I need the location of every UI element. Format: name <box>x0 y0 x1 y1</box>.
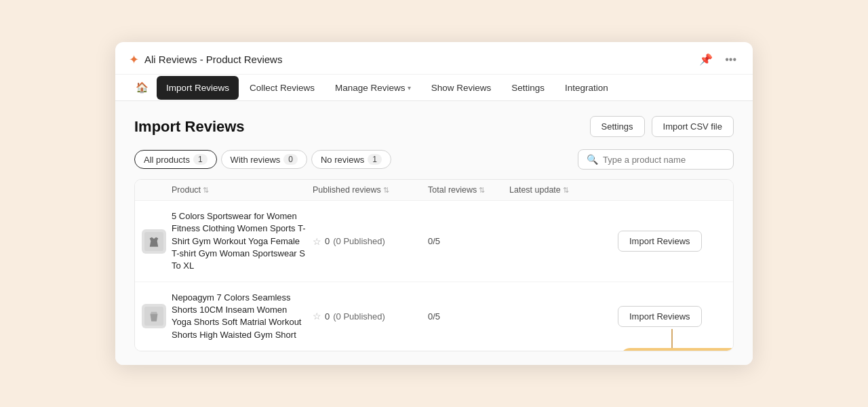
table-row: Nepoagym 7 Colors Seamless Shorts 10CM I… <box>135 282 733 351</box>
content-area: Import Reviews Settings Import CSV file … <box>115 101 753 365</box>
th-img <box>142 185 172 195</box>
filter-with-reviews[interactable]: With reviews 0 <box>221 150 307 169</box>
pin-button[interactable]: 📌 <box>696 52 715 67</box>
filter-tabs: All products 1 With reviews 0 No reviews… <box>134 150 391 169</box>
title-bar: ✦ Ali Reviews - Product Reviews 📌 ••• <box>115 42 753 75</box>
import-action-1: Import Reviews <box>618 231 726 252</box>
tooltip-wrapper: 1. Click "Import Reviews" <box>620 329 734 351</box>
app-title: Ali Reviews - Product Reviews <box>144 54 282 65</box>
th-latest: Latest update ⇅ <box>509 185 618 195</box>
filter-row: All products 1 With reviews 0 No reviews… <box>134 149 734 170</box>
table-header: Product ⇅ Published reviews ⇅ Total revi… <box>135 180 733 201</box>
import-reviews-button-2[interactable]: Import Reviews <box>618 306 702 327</box>
product-sort-icon[interactable]: ⇅ <box>203 186 209 195</box>
import-action-2: Import Reviews 1. Click "Import Reviews" <box>618 306 726 327</box>
page-title: Import Reviews <box>134 118 245 136</box>
tooltip-line <box>671 329 673 348</box>
title-bar-right: 📌 ••• <box>696 52 739 67</box>
header-actions: Settings Import CSV file <box>590 116 734 137</box>
published-sort-icon[interactable]: ⇅ <box>383 186 389 195</box>
tooltip-box: 1. Click "Import Reviews" <box>620 348 734 351</box>
th-action <box>618 185 726 195</box>
nav-integration[interactable]: Integration <box>555 76 618 100</box>
product-name-2: Nepoagym 7 Colors Seamless Shorts 10CM I… <box>172 292 313 341</box>
published-cell-1: ☆ 0 (0 Published) <box>313 236 428 247</box>
title-bar-left: ✦ Ali Reviews - Product Reviews <box>129 52 282 67</box>
total-sort-icon[interactable]: ⇅ <box>479 186 485 195</box>
nav-bar: 🏠 Import Reviews Collect Reviews Manage … <box>115 75 753 101</box>
settings-button[interactable]: Settings <box>590 116 645 137</box>
nav-manage-reviews[interactable]: Manage Reviews ▾ <box>326 76 420 100</box>
nav-settings[interactable]: Settings <box>502 76 554 100</box>
app-window: ✦ Ali Reviews - Product Reviews 📌 ••• 🏠 … <box>115 42 753 365</box>
app-logo-icon: ✦ <box>129 52 139 67</box>
th-product: Product ⇅ <box>172 185 313 195</box>
nav-collect-reviews[interactable]: Collect Reviews <box>240 76 324 100</box>
product-image-1 <box>142 229 166 254</box>
star-icon-2: ☆ <box>313 311 321 322</box>
search-box: 🔍 <box>578 149 734 170</box>
nav-show-reviews[interactable]: Show Reviews <box>422 76 501 100</box>
import-reviews-button-1[interactable]: Import Reviews <box>618 231 702 252</box>
th-published: Published reviews ⇅ <box>313 185 428 195</box>
import-csv-button[interactable]: Import CSV file <box>652 116 734 137</box>
product-image-2 <box>142 304 166 328</box>
manage-reviews-chevron-icon: ▾ <box>408 84 411 92</box>
filter-no-reviews[interactable]: No reviews 1 <box>311 150 391 169</box>
star-icon-1: ☆ <box>313 236 321 247</box>
filter-all-products[interactable]: All products 1 <box>134 150 217 169</box>
published-cell-2: ☆ 0 (0 Published) <box>313 311 428 322</box>
product-table: Product ⇅ Published reviews ⇅ Total revi… <box>134 179 734 351</box>
content-header: Import Reviews Settings Import CSV file <box>134 116 734 137</box>
product-name-1: 5 Colors Sportswear for Women Fitness Cl… <box>172 210 313 272</box>
nav-import-reviews[interactable]: Import Reviews <box>157 76 239 100</box>
table-row: 5 Colors Sportswear for Women Fitness Cl… <box>135 201 733 282</box>
search-icon: 🔍 <box>587 154 598 165</box>
latest-sort-icon[interactable]: ⇅ <box>563 186 569 195</box>
th-total: Total reviews ⇅ <box>428 185 509 195</box>
product-search-input[interactable] <box>603 155 725 165</box>
total-cell-2: 0/5 <box>428 311 509 322</box>
total-cell-1: 0/5 <box>428 236 509 246</box>
more-button[interactable]: ••• <box>722 52 739 67</box>
home-nav-button[interactable]: 🏠 <box>129 75 155 100</box>
